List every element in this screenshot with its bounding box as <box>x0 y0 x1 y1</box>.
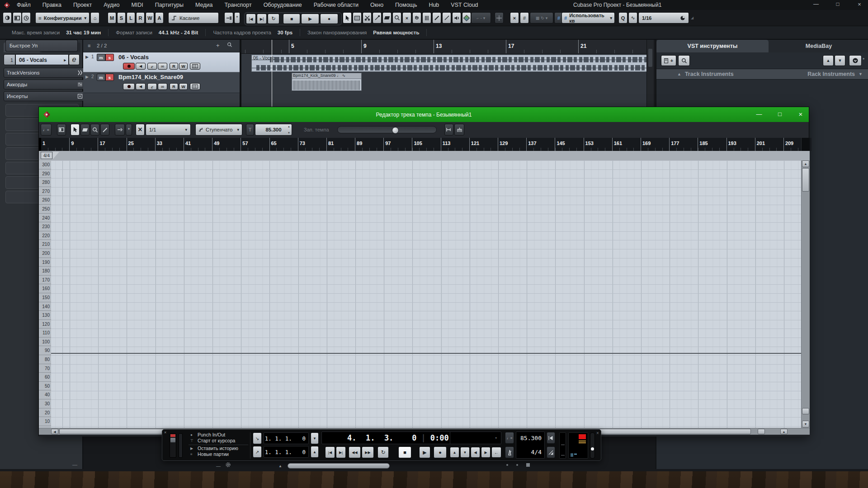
tempo-track-button[interactable]: ♩= <box>505 432 514 444</box>
monitor-button[interactable]: ◀ <box>136 63 146 70</box>
precount-button[interactable] <box>547 446 555 458</box>
tempo-editor-titlebar[interactable]: Редактор трека темпа - Безымянный1 — □ × <box>39 107 809 122</box>
quantize-link-dropdown[interactable]: # Использовать кв ▾ <box>561 12 615 23</box>
nudge-palette[interactable]: ⌐-▾ <box>471 12 491 23</box>
menu-item[interactable]: Транспорт <box>219 2 258 8</box>
timewarp-tool-button[interactable] <box>422 12 431 23</box>
spinner-down-icon[interactable]: ▼ <box>288 131 290 134</box>
channel-strip-button[interactable] <box>190 63 200 70</box>
suspend-autoscroll-button[interactable]: * <box>234 12 240 23</box>
close-button[interactable]: × <box>795 110 807 119</box>
mute-button[interactable]: m <box>97 74 105 81</box>
inspector-section-inserts[interactable]: Инсерты <box>4 91 86 101</box>
maximize-button[interactable]: □ <box>774 110 786 119</box>
find-instrument-button[interactable] <box>678 55 690 66</box>
menu-item[interactable]: Аудио <box>98 2 125 8</box>
zoom-tool-button[interactable] <box>392 12 401 23</box>
close-icon[interactable]: × <box>596 431 599 436</box>
zoom-slider[interactable] <box>288 463 390 469</box>
write-automation-button[interactable]: W <box>179 83 188 90</box>
track-instruments-header[interactable]: Track Instruments <box>685 71 734 77</box>
channel-strip-button[interactable] <box>190 83 200 90</box>
record-button[interactable]: ● <box>320 14 338 24</box>
menu-item[interactable]: Рабочие области <box>308 2 364 8</box>
solo-button[interactable]: s <box>105 74 114 81</box>
marker-prev-button[interactable]: ◀ <box>471 447 480 458</box>
spinner-up-icon[interactable]: ▲ <box>288 125 290 128</box>
close-icon[interactable]: × <box>164 430 166 435</box>
track-expand-icon[interactable]: ▶ <box>85 75 89 79</box>
track-name[interactable]: 06 - Vocals <box>118 54 149 61</box>
range-tool-button[interactable] <box>353 12 362 23</box>
configurations-dropdown[interactable]: ≡ Конфигурации ▾ <box>35 12 90 23</box>
track-name[interactable]: Bpm174_Kick_Snare09 <box>118 74 183 80</box>
track-expand-icon[interactable]: ▶ <box>85 55 89 59</box>
new-parts-item[interactable]: Новые партии <box>198 451 252 457</box>
signature-event[interactable]: 4/4 <box>41 152 52 159</box>
automation-letter-button[interactable]: L <box>127 12 135 23</box>
inspector-track-title[interactable]: 06 - Vocals ▸ <box>15 54 69 65</box>
menu-item[interactable]: Партитуры <box>149 2 189 8</box>
marker-down-button[interactable]: ▼ <box>460 447 470 458</box>
metronome-button[interactable] <box>505 446 514 458</box>
split-tool-button[interactable] <box>363 12 372 23</box>
line-tool-button[interactable] <box>442 12 451 23</box>
record-enable-button[interactable] <box>123 83 135 90</box>
menu-item[interactable]: Проект <box>67 2 98 8</box>
timeline-ruler[interactable]: 59131721 <box>241 40 654 54</box>
marker-up-button[interactable]: ▲ <box>450 447 459 458</box>
edit-channel-button[interactable]: e <box>69 54 80 65</box>
automation-letter-button[interactable]: S <box>117 12 126 23</box>
play-button[interactable]: ▶ <box>419 446 430 458</box>
clip-indicator[interactable] <box>579 434 586 439</box>
erase-tool-button[interactable] <box>80 124 90 136</box>
start-from-cursor-item[interactable]: Старт от курсора <box>198 438 252 443</box>
automation-letter-button[interactable]: W <box>146 12 154 23</box>
stop-button[interactable]: ■ <box>283 14 300 24</box>
rack-instruments-header[interactable]: Rack Instruments <box>807 71 855 77</box>
scroll-left-button[interactable]: ◀ <box>51 429 58 434</box>
minimize-button[interactable]: — <box>753 110 765 119</box>
tab-mediabay[interactable]: MediaBay <box>769 40 868 52</box>
marker-next-button[interactable]: ▶ <box>481 447 491 458</box>
go-left-locator-button[interactable]: ▼ <box>311 432 319 444</box>
menu-item[interactable]: Медиа <box>189 2 218 8</box>
tab-vst-instruments[interactable]: VST инструменты <box>656 40 769 52</box>
snap-type-button[interactable]: # <box>520 12 529 23</box>
output-level-fader[interactable] <box>590 432 595 459</box>
tempo-ruler[interactable]: 1917253341495765738189971051131211291371… <box>39 138 811 151</box>
crosshair-button[interactable] <box>495 12 504 23</box>
automation-mode-dropdown[interactable]: Касание <box>168 12 219 23</box>
menu-item[interactable]: Помощь <box>389 2 423 8</box>
scroll-thumb[interactable] <box>802 168 809 192</box>
track-row[interactable]: ▶ 1 m s 06 - Vocals ◀ e ∞ R W <box>83 52 241 72</box>
position-marker-button[interactable] <box>444 124 453 136</box>
scroll-down-button[interactable]: ▼ <box>802 421 809 427</box>
slider-handle[interactable] <box>392 127 399 134</box>
record-enable-button[interactable] <box>123 63 135 70</box>
info-item[interactable]: Макс. время записи 31 час 19 мин <box>5 29 108 36</box>
link-button[interactable]: ∞ <box>158 63 167 70</box>
add-track-instrument-button[interactable]: + <box>661 55 676 66</box>
record-button[interactable]: ● <box>434 446 447 458</box>
link-button[interactable]: ∞ <box>158 83 167 90</box>
punch-inout-item[interactable]: Punch In/Out <box>198 432 252 437</box>
setup-window-layout-button[interactable] <box>13 12 22 23</box>
vzoom-handle[interactable] <box>802 408 809 414</box>
minimize-button[interactable]: — <box>808 1 824 7</box>
play-button[interactable]: ▶ <box>301 14 319 24</box>
menu-item[interactable]: Правка <box>37 2 67 8</box>
zoom-tool-button[interactable] <box>90 124 99 136</box>
instruments-header-row[interactable]: ▲ Track Instruments Rack Instruments ▼ <box>656 69 868 80</box>
glue-tool-button[interactable] <box>373 12 382 23</box>
cycle-button[interactable]: ↻ <box>268 14 279 24</box>
move-down-button[interactable]: ▼ <box>835 55 845 66</box>
erase-tool-button[interactable] <box>382 12 392 23</box>
rack-section-button[interactable]: Быстрое Уп <box>5 40 78 52</box>
draw-tool-button[interactable] <box>432 12 441 23</box>
monitor-button[interactable]: ◀ <box>136 83 146 90</box>
menu-item[interactable]: Файл <box>11 2 37 8</box>
write-automation-button[interactable]: W <box>179 63 188 70</box>
menu-item[interactable]: Окно <box>364 2 389 8</box>
left-locator-display[interactable]: 1. 1. 1. 0 <box>264 432 309 444</box>
